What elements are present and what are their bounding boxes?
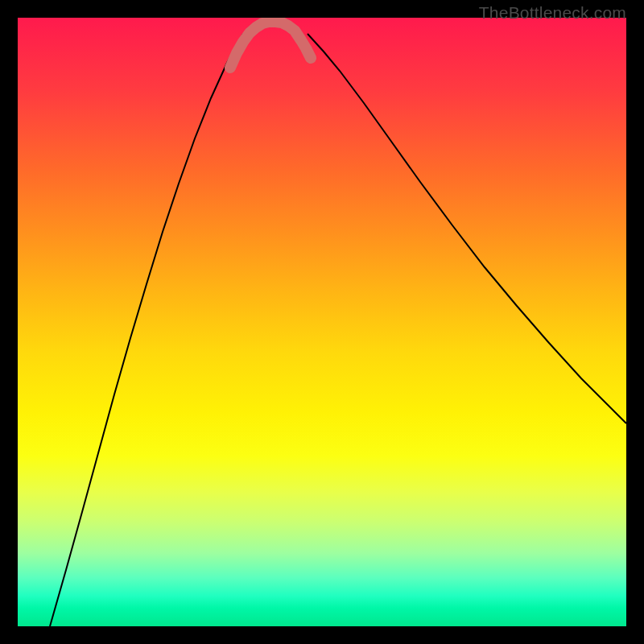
- chart-plot-area: [18, 18, 626, 626]
- series-right-curve: [308, 34, 626, 423]
- series-left-curve: [50, 34, 243, 626]
- series-trough-band: [230, 22, 311, 68]
- chart-frame: TheBottleneck.com: [0, 0, 644, 644]
- chart-svg: [18, 18, 626, 626]
